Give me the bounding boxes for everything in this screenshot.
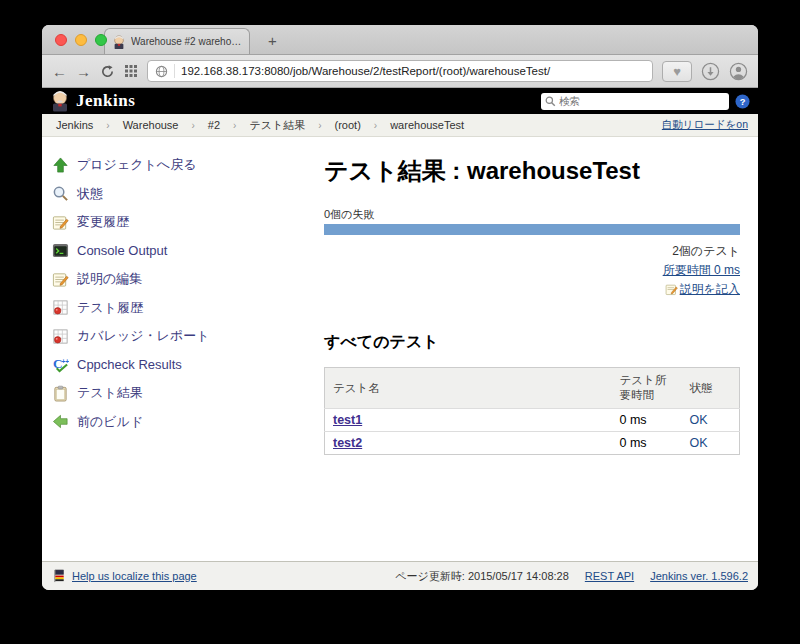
localize-link[interactable]: Help us localize this page bbox=[72, 570, 197, 582]
profile-button[interactable] bbox=[729, 62, 748, 81]
browser-window: Warehouse #2 warehouseTest + ← → 192.16 bbox=[42, 25, 758, 590]
search-icon bbox=[545, 96, 556, 107]
localization-flags-icon bbox=[52, 569, 67, 583]
breadcrumb-item-test-result[interactable]: テスト結果 bbox=[245, 118, 309, 133]
forward-button[interactable]: → bbox=[76, 64, 91, 79]
add-description-link[interactable]: 説明を記入 bbox=[680, 280, 740, 299]
window-controls bbox=[55, 34, 107, 46]
sidebar-item-coverage-report[interactable]: カバレッジ・レポート bbox=[52, 322, 310, 351]
tests-table: テスト名 テスト所要時間 状態 test1 0 ms OK test2 0 ms… bbox=[324, 367, 740, 455]
notepad-pencil-icon bbox=[52, 214, 69, 231]
close-window-button[interactable] bbox=[55, 34, 67, 46]
clipboard-icon bbox=[52, 385, 69, 402]
test1-link[interactable]: test1 bbox=[333, 413, 362, 427]
table-row: test2 0 ms OK bbox=[325, 432, 740, 455]
sidebar-item-test-history[interactable]: テスト履歴 bbox=[52, 294, 310, 323]
sidebar-item-console-output[interactable]: Console Output bbox=[52, 237, 310, 266]
page-title: テスト結果 : warehouseTest bbox=[324, 155, 740, 187]
new-tab-button[interactable]: + bbox=[262, 28, 283, 54]
test2-status-link[interactable]: OK bbox=[690, 436, 708, 450]
sidebar: プロジェクトへ戻る 状態 変更履歴 bbox=[42, 137, 310, 561]
browser-tab-bar: Warehouse #2 warehouseTest + bbox=[42, 25, 758, 55]
sidebar-item-changes[interactable]: 変更履歴 bbox=[52, 208, 310, 237]
col-status: 状態 bbox=[682, 368, 740, 409]
jenkins-logo-text[interactable]: Jenkins bbox=[76, 91, 135, 111]
test-summary: 2個のテスト 所要時間 0 ms 説明を記入 bbox=[324, 242, 740, 302]
zoom-window-button[interactable] bbox=[95, 34, 107, 46]
page-updated-label: ページ更新時: 2015/05/17 14:08:28 bbox=[395, 569, 569, 584]
breadcrumb-separator-icon: › bbox=[182, 120, 203, 131]
breadcrumb-item-build2[interactable]: #2 bbox=[204, 119, 224, 131]
address-bar[interactable]: 192.168.38.173:8080/job/Warehouse/2/test… bbox=[147, 60, 653, 82]
notepad-pencil-icon bbox=[52, 271, 69, 288]
breadcrumb-separator-icon: › bbox=[309, 120, 330, 131]
test-count-label: 2個のテスト bbox=[324, 242, 740, 261]
edit-description-icon bbox=[665, 283, 678, 296]
test2-link[interactable]: test2 bbox=[333, 436, 362, 450]
rest-api-link[interactable]: REST API bbox=[585, 570, 634, 582]
sidebar-item-back-to-project[interactable]: プロジェクトへ戻る bbox=[52, 151, 310, 180]
jenkins-footer: Help us localize this page ページ更新時: 2015/… bbox=[42, 561, 758, 590]
duration-link[interactable]: 所要時間 0 ms bbox=[663, 263, 740, 277]
minimize-window-button[interactable] bbox=[75, 34, 87, 46]
breadcrumb: Jenkins › Warehouse › #2 › テスト結果 › (root… bbox=[42, 114, 758, 137]
table-header-row: テスト名 テスト所要時間 状態 bbox=[325, 368, 740, 409]
test-chart-icon bbox=[52, 299, 69, 316]
test1-status-link[interactable]: OK bbox=[690, 413, 708, 427]
search-input[interactable] bbox=[559, 95, 725, 107]
jenkins-version-link[interactable]: Jenkins ver. 1.596.2 bbox=[650, 570, 748, 582]
terminal-icon bbox=[52, 242, 69, 259]
pocket-heart-button[interactable]: ♥ bbox=[662, 61, 692, 82]
test-result-pass-bar bbox=[324, 224, 740, 235]
sidebar-item-edit-description[interactable]: 説明の編集 bbox=[52, 265, 310, 294]
svg-text:++: ++ bbox=[61, 358, 69, 365]
tiles-grid-button[interactable] bbox=[124, 64, 138, 78]
arrow-left-icon bbox=[52, 413, 69, 430]
url-text[interactable]: 192.168.38.173:8080/job/Warehouse/2/test… bbox=[181, 65, 550, 77]
all-tests-heading: すべてのテスト bbox=[324, 332, 740, 353]
help-icon[interactable]: ? bbox=[735, 94, 750, 109]
cppcheck-icon: C ++ bbox=[52, 356, 69, 373]
breadcrumb-separator-icon: › bbox=[365, 120, 386, 131]
url-separator bbox=[174, 64, 175, 78]
test1-duration: 0 ms bbox=[612, 409, 682, 432]
sidebar-item-status[interactable]: 状態 bbox=[52, 180, 310, 209]
breadcrumb-item-warehousetest[interactable]: warehouseTest bbox=[386, 119, 468, 131]
test-chart-icon bbox=[52, 328, 69, 345]
search-box[interactable] bbox=[541, 93, 729, 110]
browser-toolbar: ← → 192.168.38.173:8080/job/Warehouse/2/… bbox=[42, 55, 758, 88]
sidebar-item-cppcheck-results[interactable]: C ++ Cppcheck Results bbox=[52, 351, 310, 380]
arrow-up-icon bbox=[52, 157, 69, 174]
breadcrumb-separator-icon: › bbox=[97, 120, 118, 131]
svg-text:?: ? bbox=[740, 96, 746, 106]
jenkins-butler-logo bbox=[50, 90, 70, 112]
test2-duration: 0 ms bbox=[612, 432, 682, 455]
browser-tab[interactable]: Warehouse #2 warehouseTest bbox=[104, 28, 250, 54]
page-content: プロジェクトへ戻る 状態 変更履歴 bbox=[42, 137, 758, 561]
main-panel: テスト結果 : warehouseTest 0個の失敗 2個のテスト 所要時間 … bbox=[310, 137, 758, 561]
auto-reload-link[interactable]: 自動リロードをon bbox=[662, 118, 748, 132]
breadcrumb-item-root[interactable]: (root) bbox=[331, 119, 365, 131]
refresh-button[interactable] bbox=[100, 64, 115, 79]
col-test-name: テスト名 bbox=[325, 368, 612, 409]
col-test-duration: テスト所要時間 bbox=[612, 368, 682, 409]
site-identity-globe-icon[interactable] bbox=[155, 65, 168, 78]
breadcrumb-separator-icon: › bbox=[224, 120, 245, 131]
downloads-button[interactable] bbox=[701, 62, 720, 81]
jenkins-favicon bbox=[112, 35, 126, 49]
failure-count-label: 0個の失敗 bbox=[324, 207, 740, 222]
jenkins-header: Jenkins ? bbox=[42, 88, 758, 114]
breadcrumb-item-jenkins[interactable]: Jenkins bbox=[52, 119, 97, 131]
sidebar-item-test-result[interactable]: テスト結果 bbox=[52, 379, 310, 408]
tab-title: Warehouse #2 warehouseTest bbox=[131, 36, 242, 47]
search-icon bbox=[52, 185, 69, 202]
sidebar-item-previous-build[interactable]: 前のビルド bbox=[52, 408, 310, 437]
breadcrumb-item-warehouse[interactable]: Warehouse bbox=[119, 119, 183, 131]
back-button[interactable]: ← bbox=[52, 64, 67, 79]
table-row: test1 0 ms OK bbox=[325, 409, 740, 432]
